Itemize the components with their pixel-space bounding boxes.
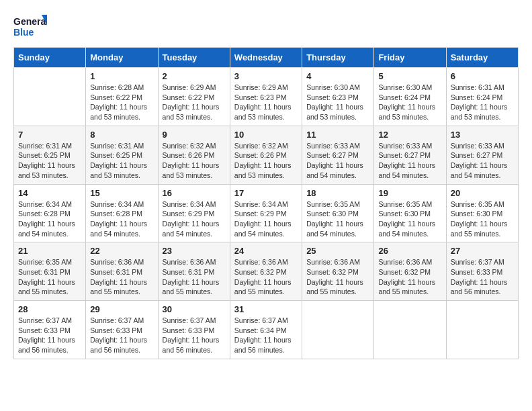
week-row-1: 1Sunrise: 6:28 AM Sunset: 6:22 PM Daylig… [14,68,519,126]
calendar-cell: 22Sunrise: 6:36 AM Sunset: 6:31 PM Dayli… [86,242,158,301]
calendar-cell: 2Sunrise: 6:29 AM Sunset: 6:22 PM Daylig… [158,68,230,126]
day-info: Sunrise: 6:34 AM Sunset: 6:29 PM Dayligh… [163,199,226,239]
calendar-cell: 7Sunrise: 6:31 AM Sunset: 6:25 PM Daylig… [14,126,86,184]
calendar-cell: 15Sunrise: 6:34 AM Sunset: 6:28 PM Dayli… [86,184,158,242]
week-row-3: 14Sunrise: 6:34 AM Sunset: 6:28 PM Dayli… [14,184,519,242]
calendar-cell: 8Sunrise: 6:31 AM Sunset: 6:25 PM Daylig… [86,126,158,184]
day-number: 11 [306,130,369,140]
day-number: 7 [18,130,81,140]
logo-svg: General Blue [13,13,47,40]
day-info: Sunrise: 6:36 AM Sunset: 6:31 PM Dayligh… [90,257,153,297]
day-number: 9 [163,130,226,140]
calendar-cell: 31Sunrise: 6:37 AM Sunset: 6:34 PM Dayli… [230,301,302,359]
calendar-cell: 10Sunrise: 6:32 AM Sunset: 6:26 PM Dayli… [230,126,302,184]
week-row-4: 21Sunrise: 6:35 AM Sunset: 6:31 PM Dayli… [14,242,519,301]
day-number: 6 [451,71,514,81]
day-info: Sunrise: 6:35 AM Sunset: 6:30 PM Dayligh… [378,199,441,239]
day-number: 31 [234,304,298,314]
day-number: 5 [378,71,441,81]
day-number: 3 [234,71,298,81]
day-info: Sunrise: 6:36 AM Sunset: 6:31 PM Dayligh… [163,257,226,297]
calendar-cell: 1Sunrise: 6:28 AM Sunset: 6:22 PM Daylig… [86,68,158,126]
logo: General Blue [13,13,47,40]
week-row-2: 7Sunrise: 6:31 AM Sunset: 6:25 PM Daylig… [14,126,519,184]
day-number: 12 [378,130,441,140]
day-info: Sunrise: 6:31 AM Sunset: 6:25 PM Dayligh… [18,141,81,181]
calendar-cell [374,301,446,359]
col-header-monday: Monday [86,48,158,68]
day-info: Sunrise: 6:31 AM Sunset: 6:24 PM Dayligh… [451,83,514,122]
svg-text:Blue: Blue [13,27,34,38]
day-number: 22 [90,246,153,256]
day-info: Sunrise: 6:33 AM Sunset: 6:27 PM Dayligh… [306,141,369,181]
day-number: 16 [163,188,226,198]
day-number: 4 [306,71,369,81]
calendar-table: SundayMondayTuesdayWednesdayThursdayFrid… [13,47,519,359]
calendar-cell: 23Sunrise: 6:36 AM Sunset: 6:31 PM Dayli… [158,242,230,301]
calendar-cell: 3Sunrise: 6:29 AM Sunset: 6:23 PM Daylig… [230,68,302,126]
day-info: Sunrise: 6:30 AM Sunset: 6:23 PM Dayligh… [306,83,369,122]
day-number: 1 [90,71,153,81]
calendar-cell [446,301,518,359]
calendar-cell: 25Sunrise: 6:36 AM Sunset: 6:32 PM Dayli… [302,242,374,301]
day-number: 20 [451,188,514,198]
day-info: Sunrise: 6:30 AM Sunset: 6:24 PM Dayligh… [378,83,441,122]
calendar-cell: 9Sunrise: 6:32 AM Sunset: 6:26 PM Daylig… [158,126,230,184]
day-info: Sunrise: 6:36 AM Sunset: 6:32 PM Dayligh… [306,257,369,297]
svg-text:General: General [13,16,47,27]
day-number: 18 [306,188,369,198]
day-info: Sunrise: 6:33 AM Sunset: 6:27 PM Dayligh… [451,141,514,181]
calendar-cell [302,301,374,359]
day-info: Sunrise: 6:35 AM Sunset: 6:30 PM Dayligh… [451,199,514,239]
day-info: Sunrise: 6:35 AM Sunset: 6:31 PM Dayligh… [18,257,81,297]
calendar-cell: 27Sunrise: 6:37 AM Sunset: 6:33 PM Dayli… [446,242,518,301]
calendar-cell: 19Sunrise: 6:35 AM Sunset: 6:30 PM Dayli… [374,184,446,242]
page-header: General Blue [13,13,519,40]
day-info: Sunrise: 6:37 AM Sunset: 6:33 PM Dayligh… [18,316,81,355]
calendar-cell: 14Sunrise: 6:34 AM Sunset: 6:28 PM Dayli… [14,184,86,242]
calendar-cell: 13Sunrise: 6:33 AM Sunset: 6:27 PM Dayli… [446,126,518,184]
day-number: 21 [18,246,81,256]
day-number: 10 [234,130,298,140]
calendar-cell: 17Sunrise: 6:34 AM Sunset: 6:29 PM Dayli… [230,184,302,242]
day-number: 27 [451,246,514,256]
day-number: 24 [234,246,298,256]
day-number: 25 [306,246,369,256]
calendar-cell: 24Sunrise: 6:36 AM Sunset: 6:32 PM Dayli… [230,242,302,301]
calendar-cell: 21Sunrise: 6:35 AM Sunset: 6:31 PM Dayli… [14,242,86,301]
day-info: Sunrise: 6:37 AM Sunset: 6:33 PM Dayligh… [451,257,514,297]
day-number: 15 [90,188,153,198]
day-number: 13 [451,130,514,140]
day-info: Sunrise: 6:34 AM Sunset: 6:28 PM Dayligh… [90,199,153,239]
col-header-sunday: Sunday [14,48,86,68]
day-info: Sunrise: 6:35 AM Sunset: 6:30 PM Dayligh… [306,199,369,239]
calendar-cell: 11Sunrise: 6:33 AM Sunset: 6:27 PM Dayli… [302,126,374,184]
day-info: Sunrise: 6:36 AM Sunset: 6:32 PM Dayligh… [378,257,441,297]
day-info: Sunrise: 6:29 AM Sunset: 6:23 PM Dayligh… [234,83,298,122]
calendar-cell: 26Sunrise: 6:36 AM Sunset: 6:32 PM Dayli… [374,242,446,301]
day-number: 23 [163,246,226,256]
day-number: 26 [378,246,441,256]
calendar-cell [14,68,86,126]
header-row: SundayMondayTuesdayWednesdayThursdayFrid… [14,48,519,68]
day-number: 29 [90,304,153,314]
day-number: 2 [163,71,226,81]
calendar-cell: 20Sunrise: 6:35 AM Sunset: 6:30 PM Dayli… [446,184,518,242]
day-info: Sunrise: 6:34 AM Sunset: 6:29 PM Dayligh… [234,199,298,239]
day-info: Sunrise: 6:32 AM Sunset: 6:26 PM Dayligh… [234,141,298,181]
day-number: 14 [18,188,81,198]
week-row-5: 28Sunrise: 6:37 AM Sunset: 6:33 PM Dayli… [14,301,519,359]
col-header-tuesday: Tuesday [158,48,230,68]
calendar-cell: 12Sunrise: 6:33 AM Sunset: 6:27 PM Dayli… [374,126,446,184]
calendar-cell: 30Sunrise: 6:37 AM Sunset: 6:33 PM Dayli… [158,301,230,359]
calendar-cell: 6Sunrise: 6:31 AM Sunset: 6:24 PM Daylig… [446,68,518,126]
day-info: Sunrise: 6:36 AM Sunset: 6:32 PM Dayligh… [234,257,298,297]
day-info: Sunrise: 6:37 AM Sunset: 6:33 PM Dayligh… [90,316,153,355]
day-number: 19 [378,188,441,198]
day-info: Sunrise: 6:37 AM Sunset: 6:34 PM Dayligh… [234,316,298,355]
day-number: 8 [90,130,153,140]
calendar-cell: 5Sunrise: 6:30 AM Sunset: 6:24 PM Daylig… [374,68,446,126]
day-number: 30 [163,304,226,314]
calendar-cell: 28Sunrise: 6:37 AM Sunset: 6:33 PM Dayli… [14,301,86,359]
day-info: Sunrise: 6:31 AM Sunset: 6:25 PM Dayligh… [90,141,153,181]
